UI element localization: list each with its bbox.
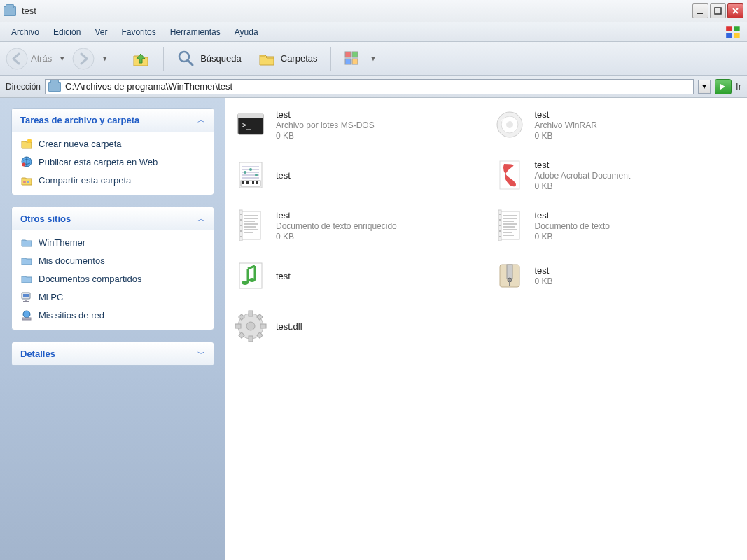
link-my-documents[interactable]: Mis documentos — [20, 254, 205, 267]
panel-title: Tareas de archivo y carpeta — [20, 115, 139, 125]
link-my-pc[interactable]: Mi PC — [20, 290, 205, 303]
panel-header-places[interactable]: Otros sitios ︿ — [12, 207, 214, 230]
svg-rect-3 — [734, 26, 740, 31]
file-tile[interactable]: testDocumento de texto enriquecido0 KB — [230, 207, 484, 244]
go-label: Ir — [736, 81, 741, 92]
back-dropdown[interactable]: ▼ — [56, 55, 68, 62]
back-button[interactable] — [6, 48, 28, 70]
addressbar: Dirección C:\Archivos de programa\WinThe… — [0, 76, 747, 98]
svg-point-57 — [242, 281, 249, 285]
panel-header-details[interactable]: Detalles ﹀ — [12, 342, 214, 365]
svg-point-16 — [23, 181, 26, 183]
file-size: 0 KB — [535, 181, 631, 191]
menu-edit[interactable]: Edición — [46, 24, 88, 40]
file-tile[interactable]: >_testArchivo por lotes MS-DOS0 KB — [230, 106, 484, 143]
file-tile[interactable]: test — [230, 157, 484, 193]
link-label: WinThemer — [39, 237, 85, 248]
svg-rect-65 — [249, 336, 253, 342]
menu-favorites[interactable]: Favoritos — [114, 24, 162, 40]
file-tile[interactable]: testAdobe Acrobat Document0 KB — [489, 157, 743, 193]
menu-tools[interactable]: Herramientas — [163, 24, 228, 40]
views-button[interactable]: ▼ — [338, 48, 385, 70]
svg-point-13 — [27, 139, 32, 143]
titlebar: test — [0, 0, 747, 22]
txt-file-icon — [493, 209, 526, 242]
svg-rect-37 — [246, 181, 249, 184]
menu-file[interactable]: Archivo — [4, 24, 46, 40]
address-dropdown[interactable]: ▼ — [698, 80, 711, 94]
windows-flag-icon[interactable] — [725, 24, 743, 40]
folders-label: Carpetas — [281, 53, 318, 64]
chevron-up-icon: ︿ — [197, 115, 205, 125]
folders-button[interactable]: Carpetas — [251, 46, 323, 71]
svg-rect-12 — [352, 59, 358, 64]
forward-dropdown[interactable]: ▼ — [99, 55, 111, 62]
svg-rect-11 — [345, 59, 351, 64]
file-tile[interactable]: testDocumento de texto0 KB — [489, 207, 743, 244]
folder-icon — [20, 236, 33, 248]
address-field[interactable]: C:\Archivos de programa\WinThemer\test — [45, 79, 694, 94]
pdf-file-icon — [493, 158, 526, 192]
file-type: Archivo WinRAR — [535, 120, 597, 130]
link-winthemer[interactable]: WinThemer — [20, 236, 205, 248]
maximize-button[interactable] — [710, 4, 726, 18]
chevron-up-icon: ︿ — [197, 214, 205, 224]
sidebar: Tareas de archivo y carpeta ︿ Crear nuev… — [0, 98, 225, 560]
panel-header-tasks[interactable]: Tareas de archivo y carpeta ︿ — [12, 108, 214, 132]
file-size: 0 KB — [276, 131, 375, 141]
file-tile[interactable]: testArchivo WinRAR0 KB — [489, 106, 743, 143]
svg-rect-20 — [25, 300, 27, 301]
file-tile[interactable]: test0 KB — [489, 258, 743, 294]
zip-file-icon — [493, 259, 526, 293]
link-network-places[interactable]: Mis sitios de red — [20, 309, 205, 321]
search-label: Búsqueda — [200, 53, 242, 64]
menubar: Archivo Edición Ver Favoritos Herramient… — [0, 22, 747, 42]
panel-title: Detalles — [20, 349, 55, 359]
midi-file-icon — [234, 158, 267, 192]
dll-file-icon — [234, 309, 267, 343]
forward-button[interactable] — [72, 48, 95, 70]
link-share-folder[interactable]: Compartir esta carpeta — [20, 174, 205, 186]
views-icon — [344, 50, 363, 67]
link-shared-documents[interactable]: Documentos compartidos — [20, 272, 205, 285]
svg-rect-1 — [715, 8, 721, 14]
address-label: Dirección — [6, 82, 41, 92]
file-name: test — [276, 271, 291, 281]
svg-rect-38 — [252, 181, 254, 184]
file-tile[interactable]: test — [230, 258, 484, 294]
link-publish-web[interactable]: Publicar esta carpeta en Web — [20, 155, 205, 168]
folder-icon — [4, 6, 16, 16]
svg-rect-59 — [507, 265, 512, 279]
up-button[interactable] — [125, 46, 156, 71]
link-label: Mis documentos — [39, 255, 105, 266]
file-name: test — [535, 160, 631, 170]
link-new-folder[interactable]: Crear nueva carpeta — [20, 137, 205, 150]
minimize-button[interactable] — [692, 4, 708, 18]
svg-rect-64 — [249, 311, 253, 316]
rtf-file-icon — [234, 209, 267, 242]
svg-rect-10 — [352, 52, 358, 57]
svg-point-51 — [499, 219, 501, 220]
svg-point-46 — [240, 230, 242, 232]
file-type: Adobe Acrobat Document — [535, 171, 631, 181]
folder-icon — [20, 272, 33, 285]
menu-help[interactable]: Ayuda — [228, 24, 265, 40]
svg-point-30 — [501, 118, 510, 122]
svg-rect-36 — [242, 181, 244, 184]
search-button[interactable]: Búsqueda — [171, 46, 247, 71]
close-button[interactable] — [727, 4, 743, 18]
new-folder-icon — [20, 137, 33, 150]
svg-rect-19 — [23, 294, 29, 298]
folder-icon — [20, 254, 33, 267]
window-controls — [692, 4, 743, 18]
svg-point-53 — [499, 230, 501, 232]
file-tile[interactable]: test.dll — [230, 308, 484, 344]
svg-point-47 — [240, 236, 242, 237]
svg-point-43 — [240, 214, 242, 215]
file-type: Documento de texto enriquecido — [276, 221, 397, 231]
share-icon — [20, 174, 33, 186]
menu-view[interactable]: Ver — [88, 24, 114, 40]
go-button[interactable] — [715, 79, 732, 94]
svg-rect-9 — [345, 52, 351, 57]
file-name: test.dll — [276, 321, 302, 332]
